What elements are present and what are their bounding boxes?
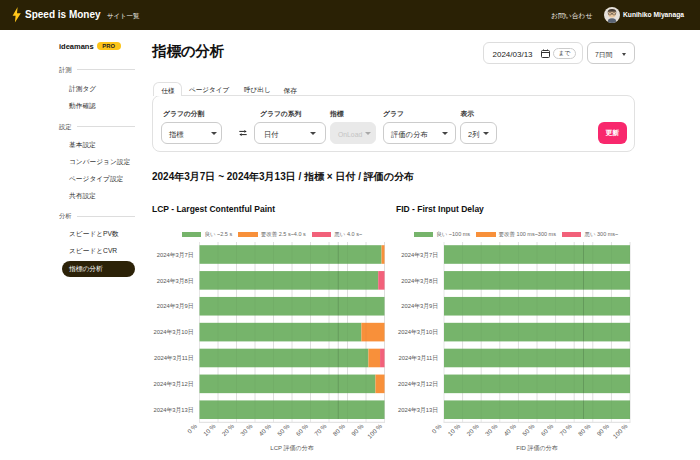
svg-text:2024年3月10日: 2024年3月10日 <box>398 329 438 336</box>
svg-text:2024年3月8日: 2024年3月8日 <box>401 278 438 285</box>
svg-text:100 %: 100 % <box>366 422 384 440</box>
svg-text:90 %: 90 % <box>350 422 365 437</box>
svg-text:40 %: 40 % <box>257 422 272 437</box>
svg-text:40 %: 40 % <box>502 422 517 437</box>
svg-text:80 %: 80 % <box>331 422 346 437</box>
svg-text:10 %: 10 % <box>202 422 217 437</box>
svg-text:20 %: 20 % <box>220 422 235 437</box>
svg-text:2024年3月13日: 2024年3月13日 <box>398 407 438 414</box>
svg-text:60 %: 60 % <box>539 422 554 437</box>
svg-text:2024年3月9日: 2024年3月9日 <box>401 303 438 310</box>
svg-text:LCP 評価の分布: LCP 評価の分布 <box>270 444 313 452</box>
svg-text:2024年3月7日: 2024年3月7日 <box>401 252 438 259</box>
svg-text:50 %: 50 % <box>276 422 291 437</box>
svg-text:10 %: 10 % <box>446 422 461 437</box>
svg-text:2024年3月12日: 2024年3月12日 <box>154 381 194 388</box>
svg-text:80 %: 80 % <box>577 422 592 437</box>
svg-text:2024年3月12日: 2024年3月12日 <box>398 381 438 388</box>
svg-text:50 %: 50 % <box>521 422 536 437</box>
svg-text:30 %: 30 % <box>484 422 499 437</box>
svg-text:30 %: 30 % <box>239 422 254 437</box>
svg-text:70 %: 70 % <box>558 422 573 437</box>
svg-text:70 %: 70 % <box>313 422 328 437</box>
svg-text:100 %: 100 % <box>611 422 629 440</box>
svg-text:2024年3月11日: 2024年3月11日 <box>398 355 438 362</box>
svg-text:0 %: 0 % <box>430 422 443 435</box>
svg-text:FID 評価の分布: FID 評価の分布 <box>516 444 557 452</box>
svg-text:2024年3月9日: 2024年3月9日 <box>157 303 194 310</box>
svg-text:20 %: 20 % <box>465 422 480 437</box>
svg-text:2024年3月13日: 2024年3月13日 <box>154 407 194 414</box>
svg-text:2024年3月10日: 2024年3月10日 <box>154 329 194 336</box>
svg-text:2024年3月7日: 2024年3月7日 <box>157 252 194 259</box>
svg-text:60 %: 60 % <box>294 422 309 437</box>
svg-text:2024年3月11日: 2024年3月11日 <box>154 355 194 362</box>
svg-text:0 %: 0 % <box>186 422 199 435</box>
svg-text:90 %: 90 % <box>595 422 610 437</box>
svg-text:2024年3月8日: 2024年3月8日 <box>157 278 194 285</box>
